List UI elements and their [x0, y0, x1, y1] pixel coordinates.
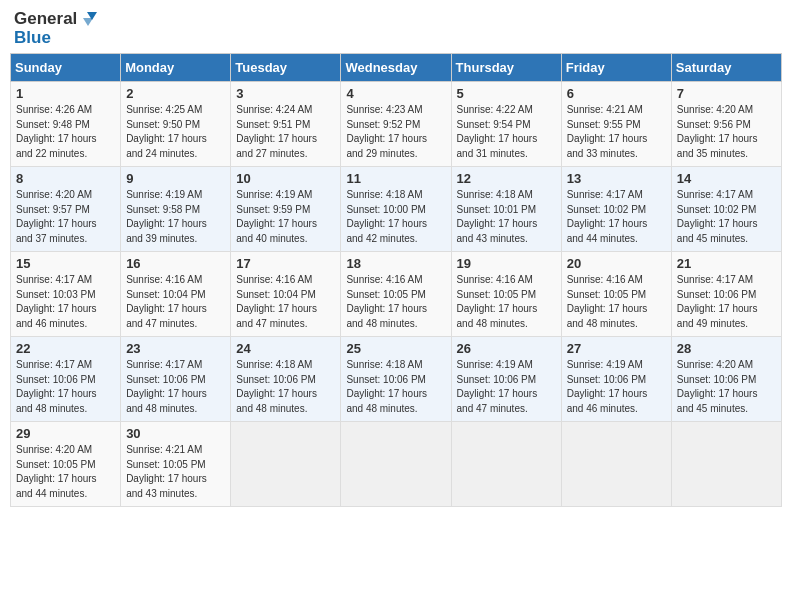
logo: General Blue	[14, 10, 97, 47]
day-cell-20: 20Sunrise: 4:16 AM Sunset: 10:05 PM Dayl…	[561, 252, 671, 337]
day-cell-29: 29Sunrise: 4:20 AM Sunset: 10:05 PM Dayl…	[11, 422, 121, 507]
logo-arrow-icon	[79, 10, 97, 28]
day-cell-3: 3Sunrise: 4:24 AM Sunset: 9:51 PM Daylig…	[231, 82, 341, 167]
day-info: Sunrise: 4:25 AM Sunset: 9:50 PM Dayligh…	[126, 103, 225, 161]
empty-cell	[341, 422, 451, 507]
day-number: 4	[346, 86, 445, 101]
day-header-thursday: Thursday	[451, 54, 561, 82]
day-info: Sunrise: 4:18 AM Sunset: 10:06 PM Daylig…	[346, 358, 445, 416]
day-cell-14: 14Sunrise: 4:17 AM Sunset: 10:02 PM Dayl…	[671, 167, 781, 252]
day-number: 26	[457, 341, 556, 356]
day-number: 25	[346, 341, 445, 356]
day-number: 30	[126, 426, 225, 441]
day-number: 10	[236, 171, 335, 186]
day-info: Sunrise: 4:23 AM Sunset: 9:52 PM Dayligh…	[346, 103, 445, 161]
day-cell-12: 12Sunrise: 4:18 AM Sunset: 10:01 PM Dayl…	[451, 167, 561, 252]
day-number: 28	[677, 341, 776, 356]
day-info: Sunrise: 4:17 AM Sunset: 10:06 PM Daylig…	[16, 358, 115, 416]
day-number: 3	[236, 86, 335, 101]
day-info: Sunrise: 4:16 AM Sunset: 10:04 PM Daylig…	[126, 273, 225, 331]
day-cell-19: 19Sunrise: 4:16 AM Sunset: 10:05 PM Dayl…	[451, 252, 561, 337]
day-info: Sunrise: 4:21 AM Sunset: 10:05 PM Daylig…	[126, 443, 225, 501]
day-number: 11	[346, 171, 445, 186]
day-info: Sunrise: 4:16 AM Sunset: 10:05 PM Daylig…	[346, 273, 445, 331]
day-number: 6	[567, 86, 666, 101]
week-row-1: 1Sunrise: 4:26 AM Sunset: 9:48 PM Daylig…	[11, 82, 782, 167]
week-row-3: 15Sunrise: 4:17 AM Sunset: 10:03 PM Dayl…	[11, 252, 782, 337]
day-info: Sunrise: 4:18 AM Sunset: 10:00 PM Daylig…	[346, 188, 445, 246]
empty-cell	[671, 422, 781, 507]
day-cell-4: 4Sunrise: 4:23 AM Sunset: 9:52 PM Daylig…	[341, 82, 451, 167]
day-number: 17	[236, 256, 335, 271]
day-info: Sunrise: 4:19 AM Sunset: 9:59 PM Dayligh…	[236, 188, 335, 246]
day-header-monday: Monday	[121, 54, 231, 82]
empty-cell	[561, 422, 671, 507]
empty-cell	[451, 422, 561, 507]
day-info: Sunrise: 4:17 AM Sunset: 10:02 PM Daylig…	[567, 188, 666, 246]
logo-general-text: General	[14, 10, 77, 29]
day-info: Sunrise: 4:16 AM Sunset: 10:05 PM Daylig…	[567, 273, 666, 331]
day-number: 5	[457, 86, 556, 101]
days-header-row: SundayMondayTuesdayWednesdayThursdayFrid…	[11, 54, 782, 82]
day-cell-15: 15Sunrise: 4:17 AM Sunset: 10:03 PM Dayl…	[11, 252, 121, 337]
day-number: 19	[457, 256, 556, 271]
week-row-4: 22Sunrise: 4:17 AM Sunset: 10:06 PM Dayl…	[11, 337, 782, 422]
day-number: 24	[236, 341, 335, 356]
day-info: Sunrise: 4:20 AM Sunset: 9:57 PM Dayligh…	[16, 188, 115, 246]
day-number: 2	[126, 86, 225, 101]
day-cell-30: 30Sunrise: 4:21 AM Sunset: 10:05 PM Dayl…	[121, 422, 231, 507]
day-cell-7: 7Sunrise: 4:20 AM Sunset: 9:56 PM Daylig…	[671, 82, 781, 167]
day-info: Sunrise: 4:20 AM Sunset: 10:06 PM Daylig…	[677, 358, 776, 416]
day-cell-5: 5Sunrise: 4:22 AM Sunset: 9:54 PM Daylig…	[451, 82, 561, 167]
day-number: 9	[126, 171, 225, 186]
day-info: Sunrise: 4:20 AM Sunset: 9:56 PM Dayligh…	[677, 103, 776, 161]
day-info: Sunrise: 4:17 AM Sunset: 10:06 PM Daylig…	[677, 273, 776, 331]
day-cell-17: 17Sunrise: 4:16 AM Sunset: 10:04 PM Dayl…	[231, 252, 341, 337]
day-info: Sunrise: 4:19 AM Sunset: 10:06 PM Daylig…	[457, 358, 556, 416]
day-number: 27	[567, 341, 666, 356]
day-info: Sunrise: 4:17 AM Sunset: 10:03 PM Daylig…	[16, 273, 115, 331]
svg-marker-1	[83, 18, 93, 26]
day-cell-1: 1Sunrise: 4:26 AM Sunset: 9:48 PM Daylig…	[11, 82, 121, 167]
logo-blue-text: Blue	[14, 29, 51, 48]
day-cell-21: 21Sunrise: 4:17 AM Sunset: 10:06 PM Dayl…	[671, 252, 781, 337]
day-info: Sunrise: 4:18 AM Sunset: 10:06 PM Daylig…	[236, 358, 335, 416]
logo-container: General Blue	[14, 10, 97, 47]
day-info: Sunrise: 4:20 AM Sunset: 10:05 PM Daylig…	[16, 443, 115, 501]
day-cell-22: 22Sunrise: 4:17 AM Sunset: 10:06 PM Dayl…	[11, 337, 121, 422]
day-number: 12	[457, 171, 556, 186]
header: General Blue	[10, 10, 782, 47]
day-info: Sunrise: 4:16 AM Sunset: 10:05 PM Daylig…	[457, 273, 556, 331]
day-number: 8	[16, 171, 115, 186]
day-info: Sunrise: 4:19 AM Sunset: 9:58 PM Dayligh…	[126, 188, 225, 246]
day-cell-8: 8Sunrise: 4:20 AM Sunset: 9:57 PM Daylig…	[11, 167, 121, 252]
day-cell-27: 27Sunrise: 4:19 AM Sunset: 10:06 PM Dayl…	[561, 337, 671, 422]
day-number: 1	[16, 86, 115, 101]
day-number: 22	[16, 341, 115, 356]
day-cell-18: 18Sunrise: 4:16 AM Sunset: 10:05 PM Dayl…	[341, 252, 451, 337]
day-header-saturday: Saturday	[671, 54, 781, 82]
day-number: 16	[126, 256, 225, 271]
day-number: 23	[126, 341, 225, 356]
week-row-2: 8Sunrise: 4:20 AM Sunset: 9:57 PM Daylig…	[11, 167, 782, 252]
day-info: Sunrise: 4:19 AM Sunset: 10:06 PM Daylig…	[567, 358, 666, 416]
day-cell-16: 16Sunrise: 4:16 AM Sunset: 10:04 PM Dayl…	[121, 252, 231, 337]
day-header-friday: Friday	[561, 54, 671, 82]
day-header-tuesday: Tuesday	[231, 54, 341, 82]
day-info: Sunrise: 4:17 AM Sunset: 10:02 PM Daylig…	[677, 188, 776, 246]
day-number: 13	[567, 171, 666, 186]
day-info: Sunrise: 4:21 AM Sunset: 9:55 PM Dayligh…	[567, 103, 666, 161]
day-cell-13: 13Sunrise: 4:17 AM Sunset: 10:02 PM Dayl…	[561, 167, 671, 252]
day-cell-9: 9Sunrise: 4:19 AM Sunset: 9:58 PM Daylig…	[121, 167, 231, 252]
day-info: Sunrise: 4:17 AM Sunset: 10:06 PM Daylig…	[126, 358, 225, 416]
day-number: 14	[677, 171, 776, 186]
day-number: 15	[16, 256, 115, 271]
day-info: Sunrise: 4:16 AM Sunset: 10:04 PM Daylig…	[236, 273, 335, 331]
day-cell-28: 28Sunrise: 4:20 AM Sunset: 10:06 PM Dayl…	[671, 337, 781, 422]
day-cell-26: 26Sunrise: 4:19 AM Sunset: 10:06 PM Dayl…	[451, 337, 561, 422]
empty-cell	[231, 422, 341, 507]
day-info: Sunrise: 4:26 AM Sunset: 9:48 PM Dayligh…	[16, 103, 115, 161]
day-cell-23: 23Sunrise: 4:17 AM Sunset: 10:06 PM Dayl…	[121, 337, 231, 422]
day-header-sunday: Sunday	[11, 54, 121, 82]
day-cell-24: 24Sunrise: 4:18 AM Sunset: 10:06 PM Dayl…	[231, 337, 341, 422]
